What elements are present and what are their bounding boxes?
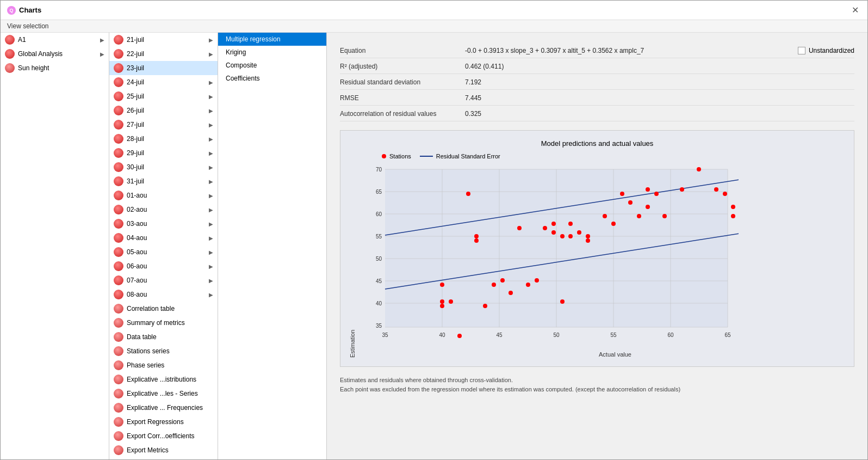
chart-inner: 70 65 60 55 50 45 40 35 35 40 45 [358,164,845,358]
middle-item-export-metrics[interactable]: Export Metrics [109,443,218,457]
autocorr-row: Autocorrelation of residual values 0.325 [340,107,854,121]
29juil-label: 29-juil [127,149,144,157]
06aou-icon [114,261,123,271]
svg-point-66 [662,214,667,218]
chart-legend: Stations Residual Standard Error [382,153,845,160]
28juil-icon [114,134,123,144]
29juil-icon [114,148,123,158]
30juil-icon [114,162,123,172]
24juil-icon [114,77,123,87]
chart-area: Estimation [349,164,845,358]
footer-line2: Each point was excluded from the regress… [340,385,854,394]
r2-label: R² (adjusted) [340,63,454,70]
residual-value: 7.192 [465,78,854,86]
middle-item-correlation-table[interactable]: Correlation table [109,302,218,316]
svg-text:55: 55 [610,332,617,338]
middle-item-expl-series[interactable]: Explicative ...les - Series [109,387,218,401]
data-table-icon [114,332,123,342]
svg-text:70: 70 [376,167,382,173]
04aou-icon [114,233,123,243]
middle-item-30juil[interactable]: 30-juil ▶ [109,160,218,174]
residual-legend-label: Residual Standard Error [436,153,500,160]
31juil-label: 31-juil [127,177,144,185]
middle-item-export-regr[interactable]: Export Regressions [109,415,218,429]
expl-series-icon [114,389,123,398]
footer-line1: Estimates and residuals where obtained t… [340,376,854,385]
svg-point-72 [731,214,735,218]
26juil-icon [114,106,123,115]
08aou-label: 08-aou [127,291,147,298]
r2-value: 0.462 (0.411) [465,63,854,70]
svg-point-53 [568,222,573,226]
svg-point-52 [560,299,565,304]
autocorr-value: 0.325 [465,110,854,118]
middle-item-06aou[interactable]: 06-aou ▶ [109,259,218,273]
expl-dist-label: Explicative ...istributions [127,376,196,383]
svg-point-49 [551,222,556,226]
middle-item-24juil[interactable]: 24-juil ▶ [109,75,218,89]
middle-item-25juil[interactable]: 25-juil ▶ [109,89,218,103]
06aou-label: 06-aou [127,262,147,270]
svg-point-60 [620,192,624,196]
02aou-label: 02-aou [127,206,147,213]
coefficients-label: Coefficients [226,75,259,82]
middle-item-expl-freq[interactable]: Explicative ... Frequencies [109,401,218,415]
svg-point-62 [637,214,641,218]
unstandardized-checkbox[interactable] [798,47,805,54]
middle-item-expl-dist[interactable]: Explicative ...istributions [109,372,218,387]
svg-point-55 [577,230,581,235]
middle-item-data-table[interactable]: Data table [109,330,218,344]
middle-item-export-coeff[interactable]: Export Corr...oefficients [109,429,218,443]
svg-point-71 [731,205,735,209]
21juil-label: 21-juil [127,36,144,44]
26juil-label: 26-juil [127,107,144,114]
title-bar: Q Charts ✕ [1,1,867,20]
global-analysis-icon [5,49,15,59]
view-selection-label: View selection [7,22,49,30]
third-item-composite[interactable]: Composite [218,59,326,72]
middle-item-summary-metrics[interactable]: Summary of metrics [109,316,218,330]
middle-item-26juil[interactable]: 26-juil ▶ [109,103,218,118]
middle-item-31juil[interactable]: 31-juil ▶ [109,174,218,188]
25juil-icon [114,91,123,101]
middle-item-08aou[interactable]: 08-aou ▶ [109,287,218,302]
middle-item-04aou[interactable]: 04-aou ▶ [109,231,218,245]
correlation-table-icon [114,304,123,314]
svg-point-61 [628,200,633,205]
middle-item-phase-series[interactable]: Phase series [109,358,218,372]
sidebar-item-global-analysis[interactable]: Global Analysis ▶ [1,47,109,61]
25juil-label: 25-juil [127,93,144,100]
middle-item-23juil[interactable]: 23-juil [109,61,218,75]
third-item-coefficients[interactable]: Coefficients [218,72,326,85]
third-item-kriging[interactable]: Kriging [218,46,326,59]
middle-item-02aou[interactable]: 02-aou ▶ [109,203,218,217]
third-item-multiple-regression[interactable]: Multiple regression [218,33,326,46]
middle-item-05aou[interactable]: 05-aou ▶ [109,245,218,259]
middle-item-27juil[interactable]: 27-juil ▶ [109,118,218,132]
close-button[interactable]: ✕ [850,5,861,15]
23juil-icon [114,63,123,73]
export-metrics-label: Export Metrics [127,446,169,454]
middle-item-21juil[interactable]: 21-juil ▶ [109,33,218,47]
middle-item-03aou[interactable]: 03-aou ▶ [109,217,218,231]
middle-item-07aou[interactable]: 07-aou ▶ [109,273,218,287]
svg-text:50: 50 [376,256,382,262]
07aou-label: 07-aou [127,277,147,284]
kriging-label: Kriging [226,48,246,56]
unstandardized-container: Unstandardized [798,47,854,54]
svg-point-56 [586,238,590,243]
left-panel: A1 ▶ Global Analysis ▶ Sun height [1,33,109,459]
sun-height-label: Sun height [18,64,49,72]
sidebar-item-sun-height[interactable]: Sun height [1,61,109,75]
middle-item-01aou[interactable]: 01-aou ▶ [109,188,218,203]
middle-item-29juil[interactable]: 29-juil ▶ [109,146,218,160]
03aou-icon [114,219,123,229]
chart-y-label: Estimation [349,164,356,358]
expl-freq-icon [114,403,123,413]
middle-item-stations-series[interactable]: Stations series [109,344,218,358]
svg-point-34 [440,304,444,308]
sidebar-item-a1[interactable]: A1 ▶ [1,33,109,47]
middle-item-28juil[interactable]: 28-juil ▶ [109,132,218,146]
01aou-label: 01-aou [127,192,147,199]
middle-item-22juil[interactable]: 22-juil ▶ [109,47,218,61]
